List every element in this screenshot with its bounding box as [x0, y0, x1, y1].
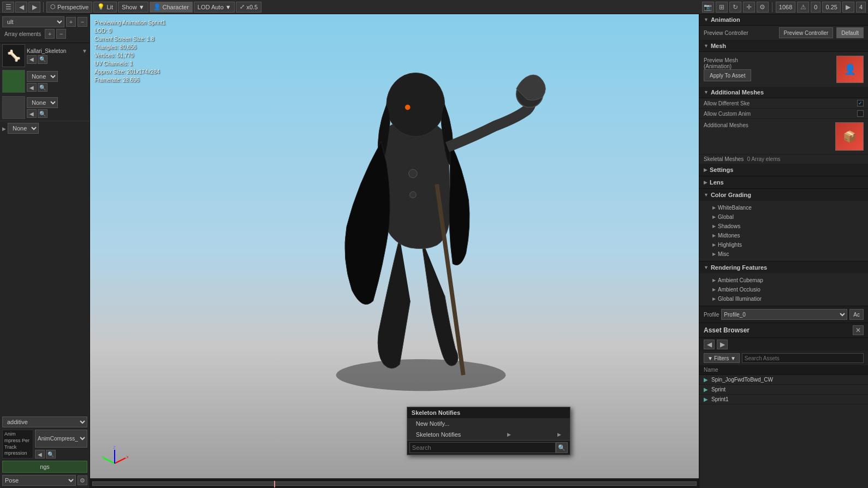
profile-add-btn[interactable]: Ac	[849, 309, 864, 320]
skeleton-name-row: Kallari_Skeleton ▼	[27, 48, 87, 54]
toolbar-menu-icon[interactable]: ☰	[2, 2, 14, 13]
toolbar-back-icon[interactable]: ◀	[15, 2, 27, 13]
timeline-bar[interactable]	[92, 481, 697, 486]
tag-label: ▶	[2, 126, 6, 132]
compress-nav: ◀ 🔍	[35, 450, 87, 459]
skeleton-search-btn[interactable]: 🔍	[38, 55, 47, 64]
settings-icon-btn[interactable]: ⚙	[757, 2, 769, 13]
settings-section: ▶ Settings	[699, 164, 868, 176]
none2-search-btn[interactable]: 🔍	[38, 109, 47, 118]
preview-mesh-sub: (Animation)	[704, 63, 833, 69]
skeleton-figure-icon: 🦴	[7, 49, 21, 62]
character-figure	[290, 25, 552, 396]
triangles: Triangles: 80,656	[94, 43, 165, 51]
rotate-icon-btn[interactable]: ↻	[729, 2, 741, 13]
skeleton-row: 🦴 Kallari_Skeleton ▼ ◀ 🔍	[0, 43, 90, 68]
separator2	[772, 2, 772, 12]
asset-nav-close-btn[interactable]: ✕	[853, 325, 864, 335]
default-btn[interactable]: Default	[836, 27, 864, 38]
settings-header[interactable]: ▶ Settings	[699, 164, 868, 176]
pose-row: Pose ⚙	[2, 475, 87, 486]
compress-back-btn[interactable]: ◀	[35, 450, 45, 459]
lit-btn[interactable]: 💡 Lit	[93, 2, 117, 13]
viewport[interactable]: Previewing Animation Sprint1 LOD: 0 Curr…	[90, 14, 699, 488]
ctx-search-bar: 🔍	[407, 440, 570, 455]
profile-row: Profile Profile_0 Ac	[699, 306, 868, 323]
asset-item-0[interactable]: ▶ Spin_JogFwdToBwd_CW	[699, 375, 868, 385]
allow-custom-anim-checkbox[interactable]	[857, 110, 864, 117]
ambient-occlusion-item[interactable]: ▶ Ambient Occlusio	[704, 285, 864, 294]
profile-select[interactable]: Profile_0	[721, 309, 847, 320]
toolbar-forward-icon[interactable]: ▶	[28, 2, 40, 13]
mesh-section-header[interactable]: ▼ Mesh	[699, 40, 868, 52]
color-grading-header[interactable]: ▼ Color Grading	[699, 189, 868, 201]
ctx-search-btn[interactable]: 🔍	[556, 442, 568, 453]
lod-btn[interactable]: LOD Auto ▼	[194, 2, 235, 13]
none1-search-btn[interactable]: 🔍	[38, 83, 47, 92]
preview-controller-btn[interactable]: Preview Controller	[779, 27, 834, 38]
additional-meshes-header[interactable]: ▼ Additional Meshes	[699, 87, 868, 98]
apply-to-asset-btn[interactable]: Apply To Asset	[704, 69, 751, 81]
ctx-search-input[interactable]	[409, 442, 556, 453]
left-bottom: additive Anim mpress Per Track mpression…	[0, 414, 90, 488]
character-btn[interactable]: 👤 Character	[150, 2, 193, 13]
asset-item-1[interactable]: ▶ Sprint	[699, 385, 868, 395]
compress-select[interactable]: AnimCompress_	[35, 430, 87, 448]
svg-text:Y: Y	[102, 455, 105, 460]
none-select-3[interactable]: None	[8, 123, 39, 134]
allow-diff-skel-checkbox[interactable]	[857, 100, 864, 106]
filters-btn[interactable]: ▼ Filters ▼	[704, 353, 740, 363]
rendering-features-section: ▼ Rendering Features ▶ Ambient Cubemap ▶…	[699, 261, 868, 306]
show-btn[interactable]: Show ▼	[118, 2, 148, 13]
lens-header[interactable]: ▶ Lens	[699, 176, 868, 188]
global-item[interactable]: ▶ Global	[704, 212, 864, 222]
grid-icon-btn[interactable]: ⊞	[716, 2, 728, 13]
search-assets-input[interactable]	[742, 353, 864, 363]
camera-icon-btn[interactable]: 📷	[702, 2, 714, 13]
white-balance-label: WhiteBalance	[718, 205, 752, 211]
ctx-skeleton-notifies[interactable]: Skeleton Notifies ▶	[407, 429, 570, 440]
move-icon-btn[interactable]: ✛	[743, 2, 755, 13]
compress-search-btn[interactable]: 🔍	[46, 450, 56, 459]
pose-select[interactable]: Pose	[2, 475, 76, 486]
remove-array-btn[interactable]: −	[56, 29, 66, 39]
none-select-1[interactable]: None	[27, 71, 58, 82]
misc-item[interactable]: ▶ Misc	[704, 249, 864, 259]
warning-icon-btn[interactable]: ⚠	[797, 2, 809, 13]
ambient-cubemap-item[interactable]: ▶ Ambient Cubemap	[704, 276, 864, 285]
scale-btn[interactable]: ⤢ x0.5	[236, 2, 261, 13]
blend-select[interactable]: additive	[2, 416, 87, 427]
none-select-2[interactable]: None	[27, 97, 58, 108]
add-icon-btn[interactable]: +	[66, 17, 76, 27]
global-illumination-item[interactable]: ▶ Global Illuminatior	[704, 294, 864, 303]
remove-icon-btn[interactable]: −	[78, 17, 87, 27]
animation-arrow: ▼	[704, 17, 709, 22]
shadows-item[interactable]: ▶ Shadows	[704, 222, 864, 231]
right-panel: ▼ Animation Preview Controller Preview C…	[699, 14, 868, 488]
array-label: Array elements	[2, 30, 43, 38]
none1-back-btn[interactable]: ◀	[27, 83, 37, 92]
asset-item-2[interactable]: ▶ Sprint1	[699, 395, 868, 404]
lod-number: 1068	[776, 2, 795, 13]
white-balance-item[interactable]: ▶ WhiteBalance	[704, 203, 864, 212]
skeleton-back-btn[interactable]: ◀	[27, 55, 37, 64]
filters-icon: ▼	[708, 355, 713, 361]
ctx-new-notify[interactable]: New Notify...	[407, 418, 570, 429]
highlights-item[interactable]: ▶ Highlights	[704, 240, 864, 249]
skeleton-nav-icons: ◀ 🔍	[27, 55, 87, 64]
settings-btn[interactable]: ngs	[2, 461, 87, 473]
midtones-item[interactable]: ▶ Midtones	[704, 231, 864, 240]
asset-forward-btn[interactable]: ▶	[717, 340, 728, 349]
play-icon-btn[interactable]: ▶	[842, 2, 854, 13]
svg-text:X: X	[126, 455, 128, 460]
lens-title: Lens	[710, 179, 724, 186]
top-select[interactable]: ult	[2, 16, 64, 27]
perspective-btn[interactable]: ⬡ Perspective	[46, 2, 92, 13]
asset-back-btn[interactable]: ◀	[704, 340, 715, 349]
none2-back-btn[interactable]: ◀	[27, 109, 37, 118]
add-array-btn[interactable]: +	[45, 29, 55, 39]
animation-section-header[interactable]: ▼ Animation	[699, 14, 868, 26]
pose-settings-btn[interactable]: ⚙	[78, 475, 87, 485]
rendering-features-header[interactable]: ▼ Rendering Features	[699, 261, 868, 273]
misc-arrow: ▶	[712, 252, 716, 257]
